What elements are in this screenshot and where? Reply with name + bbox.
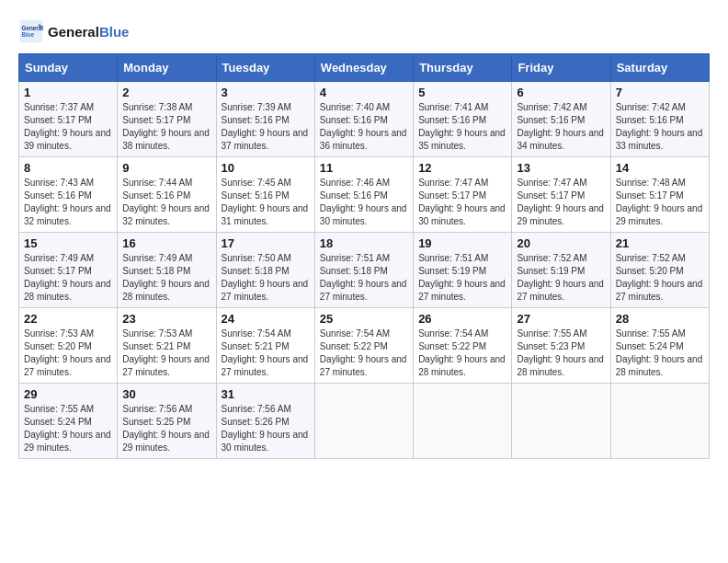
day-number: 25 <box>320 312 408 326</box>
day-number: 16 <box>122 236 210 250</box>
calendar-day-cell: 22 Sunrise: 7:53 AM Sunset: 5:20 PM Dayl… <box>19 308 118 384</box>
calendar-day-cell: 10 Sunrise: 7:45 AM Sunset: 5:16 PM Dayl… <box>216 157 314 233</box>
sunrise-label: Sunrise: 7:49 AM <box>24 253 94 263</box>
calendar-day-cell: 4 Sunrise: 7:40 AM Sunset: 5:16 PM Dayli… <box>314 82 413 157</box>
daylight-label: Daylight: 9 hours and 27 minutes. <box>222 354 309 377</box>
day-number: 29 <box>24 387 112 401</box>
day-number: 11 <box>320 161 408 175</box>
day-info: Sunrise: 7:51 AM Sunset: 5:19 PM Dayligh… <box>418 252 506 304</box>
calendar-day-cell: 29 Sunrise: 7:55 AM Sunset: 5:24 PM Dayl… <box>19 384 118 459</box>
calendar-day-cell <box>610 384 709 459</box>
sunrise-label: Sunrise: 7:52 AM <box>616 253 686 263</box>
sunrise-label: Sunrise: 7:54 AM <box>418 328 488 339</box>
sunset-label: Sunset: 5:17 PM <box>24 115 92 125</box>
day-number: 22 <box>24 312 112 326</box>
weekday-header: Wednesday <box>314 54 413 82</box>
calendar-day-cell: 2 Sunrise: 7:38 AM Sunset: 5:17 PM Dayli… <box>118 82 216 157</box>
calendar-day-cell: 11 Sunrise: 7:46 AM Sunset: 5:16 PM Dayl… <box>314 157 413 233</box>
calendar-day-cell: 9 Sunrise: 7:44 AM Sunset: 5:16 PM Dayli… <box>118 157 216 233</box>
calendar-day-cell: 30 Sunrise: 7:56 AM Sunset: 5:25 PM Dayl… <box>118 384 216 459</box>
day-number: 27 <box>517 312 605 326</box>
sunset-label: Sunset: 5:19 PM <box>517 266 585 276</box>
day-info: Sunrise: 7:55 AM Sunset: 5:24 PM Dayligh… <box>24 403 112 454</box>
sunrise-label: Sunrise: 7:56 AM <box>122 404 192 414</box>
calendar-day-cell: 13 Sunrise: 7:47 AM Sunset: 5:17 PM Dayl… <box>512 157 610 233</box>
sunset-label: Sunset: 5:24 PM <box>24 417 92 427</box>
sunrise-label: Sunrise: 7:54 AM <box>222 328 291 339</box>
calendar-day-cell: 17 Sunrise: 7:50 AM Sunset: 5:18 PM Dayl… <box>216 233 314 308</box>
day-info: Sunrise: 7:47 AM Sunset: 5:17 PM Dayligh… <box>517 177 605 228</box>
daylight-label: Daylight: 9 hours and 27 minutes. <box>122 354 210 377</box>
sunset-label: Sunset: 5:24 PM <box>616 341 684 351</box>
calendar-day-cell <box>512 384 610 459</box>
day-info: Sunrise: 7:55 AM Sunset: 5:24 PM Dayligh… <box>616 327 704 379</box>
day-number: 21 <box>616 236 704 250</box>
calendar-day-cell: 25 Sunrise: 7:54 AM Sunset: 5:22 PM Dayl… <box>314 308 413 384</box>
day-info: Sunrise: 7:46 AM Sunset: 5:16 PM Dayligh… <box>320 177 408 228</box>
day-number: 31 <box>222 387 310 401</box>
sunrise-label: Sunrise: 7:52 AM <box>517 253 586 263</box>
daylight-label: Daylight: 9 hours and 28 minutes. <box>616 354 703 377</box>
calendar-day-cell: 14 Sunrise: 7:48 AM Sunset: 5:17 PM Dayl… <box>610 157 709 233</box>
daylight-label: Daylight: 9 hours and 36 minutes. <box>320 128 407 151</box>
day-info: Sunrise: 7:52 AM Sunset: 5:20 PM Dayligh… <box>616 252 704 304</box>
sunrise-label: Sunrise: 7:53 AM <box>122 328 192 339</box>
daylight-label: Daylight: 9 hours and 27 minutes. <box>418 279 506 302</box>
sunrise-label: Sunrise: 7:41 AM <box>418 102 488 112</box>
day-number: 24 <box>222 312 310 326</box>
daylight-label: Daylight: 9 hours and 27 minutes. <box>616 279 703 302</box>
calendar-day-cell: 15 Sunrise: 7:49 AM Sunset: 5:17 PM Dayl… <box>19 233 118 308</box>
calendar-day-cell: 18 Sunrise: 7:51 AM Sunset: 5:18 PM Dayl… <box>314 233 413 308</box>
calendar-day-cell: 23 Sunrise: 7:53 AM Sunset: 5:21 PM Dayl… <box>118 308 216 384</box>
daylight-label: Daylight: 9 hours and 34 minutes. <box>517 128 604 151</box>
daylight-label: Daylight: 9 hours and 33 minutes. <box>616 128 703 151</box>
sunrise-label: Sunrise: 7:51 AM <box>418 253 488 263</box>
calendar-day-cell: 3 Sunrise: 7:39 AM Sunset: 5:16 PM Dayli… <box>216 82 314 157</box>
day-info: Sunrise: 7:49 AM Sunset: 5:18 PM Dayligh… <box>122 252 210 304</box>
day-number: 3 <box>222 86 310 99</box>
day-info: Sunrise: 7:38 AM Sunset: 5:17 PM Dayligh… <box>122 101 210 153</box>
day-number: 5 <box>418 86 506 99</box>
sunset-label: Sunset: 5:16 PM <box>24 190 92 201</box>
sunrise-label: Sunrise: 7:42 AM <box>616 102 686 112</box>
daylight-label: Daylight: 9 hours and 27 minutes. <box>517 279 604 302</box>
day-number: 9 <box>122 161 210 175</box>
sunset-label: Sunset: 5:16 PM <box>616 115 684 125</box>
calendar-week-row: 15 Sunrise: 7:49 AM Sunset: 5:17 PM Dayl… <box>19 233 710 308</box>
day-info: Sunrise: 7:43 AM Sunset: 5:16 PM Dayligh… <box>24 177 112 228</box>
daylight-label: Daylight: 9 hours and 31 minutes. <box>222 203 309 226</box>
sunset-label: Sunset: 5:26 PM <box>222 417 290 427</box>
day-info: Sunrise: 7:56 AM Sunset: 5:26 PM Dayligh… <box>222 403 310 454</box>
daylight-label: Daylight: 9 hours and 30 minutes. <box>418 203 506 226</box>
day-number: 18 <box>320 236 408 250</box>
calendar-day-cell: 8 Sunrise: 7:43 AM Sunset: 5:16 PM Dayli… <box>19 157 118 233</box>
daylight-label: Daylight: 9 hours and 32 minutes. <box>24 203 111 226</box>
day-info: Sunrise: 7:41 AM Sunset: 5:16 PM Dayligh… <box>418 101 506 153</box>
day-info: Sunrise: 7:56 AM Sunset: 5:25 PM Dayligh… <box>122 403 210 454</box>
sunset-label: Sunset: 5:16 PM <box>320 190 388 201</box>
sunrise-label: Sunrise: 7:51 AM <box>320 253 390 263</box>
day-number: 15 <box>24 236 112 250</box>
daylight-label: Daylight: 9 hours and 28 minutes. <box>122 279 210 302</box>
day-info: Sunrise: 7:39 AM Sunset: 5:16 PM Dayligh… <box>222 101 310 153</box>
calendar-header-row: SundayMondayTuesdayWednesdayThursdayFrid… <box>19 54 710 82</box>
calendar-day-cell: 1 Sunrise: 7:37 AM Sunset: 5:17 PM Dayli… <box>19 82 118 157</box>
weekday-header: Thursday <box>414 54 512 82</box>
daylight-label: Daylight: 9 hours and 32 minutes. <box>122 203 210 226</box>
sunset-label: Sunset: 5:21 PM <box>222 341 290 351</box>
sunrise-label: Sunrise: 7:47 AM <box>517 178 586 188</box>
day-info: Sunrise: 7:55 AM Sunset: 5:23 PM Dayligh… <box>517 327 605 379</box>
logo-text: GeneralBlue <box>48 24 129 40</box>
day-number: 14 <box>616 161 704 175</box>
calendar-day-cell: 31 Sunrise: 7:56 AM Sunset: 5:26 PM Dayl… <box>216 384 314 459</box>
day-number: 12 <box>418 161 506 175</box>
sunset-label: Sunset: 5:19 PM <box>418 266 486 276</box>
sunset-label: Sunset: 5:17 PM <box>517 190 585 201</box>
sunset-label: Sunset: 5:17 PM <box>418 190 486 201</box>
sunset-label: Sunset: 5:16 PM <box>320 115 388 125</box>
sunset-label: Sunset: 5:18 PM <box>320 266 388 276</box>
day-info: Sunrise: 7:37 AM Sunset: 5:17 PM Dayligh… <box>24 101 112 153</box>
calendar-day-cell: 24 Sunrise: 7:54 AM Sunset: 5:21 PM Dayl… <box>216 308 314 384</box>
calendar-day-cell <box>414 384 512 459</box>
day-info: Sunrise: 7:49 AM Sunset: 5:17 PM Dayligh… <box>24 252 112 304</box>
